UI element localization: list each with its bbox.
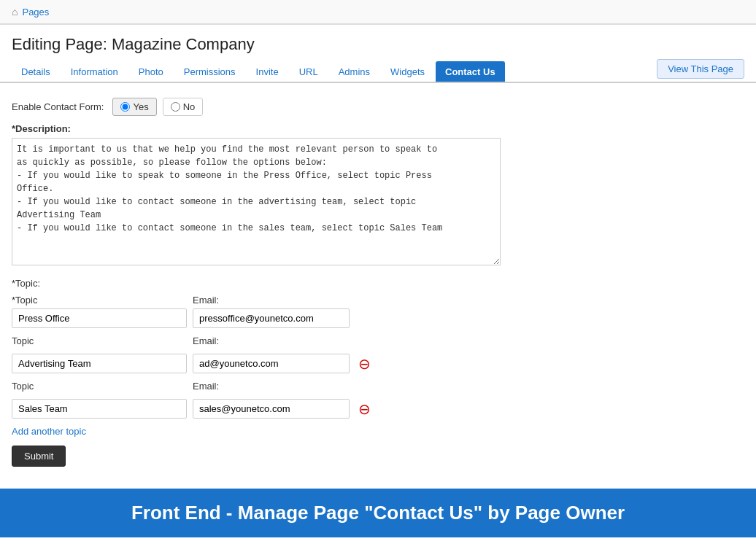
topic-row-2-inputs: ⊖ (12, 354, 744, 373)
tab-widgets[interactable]: Widgets (381, 61, 434, 82)
breadcrumb: ⌂ Pages (0, 0, 756, 24)
email-input-2[interactable] (193, 354, 350, 373)
footer-banner: Front End - Manage Page "Contact Us" by … (0, 489, 756, 537)
page-title-bar: Editing Page: Magazine Company (0, 25, 756, 61)
description-label: *Description: (12, 123, 744, 134)
tab-admins[interactable]: Admins (329, 61, 379, 82)
radio-no-input[interactable] (171, 102, 180, 112)
enable-contact-form-row: Enable Contact Form: Yes No (12, 98, 744, 116)
description-section: *Description: (12, 123, 744, 268)
remove-topic-2-button[interactable]: ⊖ (355, 357, 374, 371)
main-content: Enable Contact Form: Yes No *Description… (0, 83, 756, 481)
add-another-topic-link[interactable]: Add another topic (12, 426, 744, 437)
topic-header-row: *Topic Email: (12, 295, 744, 306)
email-input-3[interactable] (193, 399, 350, 419)
tab-url[interactable]: URL (290, 61, 328, 82)
page-title: Editing Page: Magazine Company (12, 35, 744, 54)
remove-topic-3-button[interactable]: ⊖ (355, 402, 374, 416)
tab-bar: Details Information Photo Permissions In… (0, 61, 756, 83)
topic-input-2[interactable] (12, 354, 187, 373)
radio-yes-label: Yes (133, 101, 148, 112)
topic-row-1 (12, 308, 744, 328)
topic-section-label: *Topic: (12, 278, 744, 289)
email-col-header: Email: (193, 295, 350, 306)
view-this-page-button[interactable]: View This Page (657, 59, 744, 79)
email-input-1[interactable] (193, 308, 350, 328)
topic-row-3: Topic Email: (12, 381, 744, 392)
topic-row-2: Topic Email: (12, 335, 744, 346)
submit-button[interactable]: Submit (12, 446, 66, 467)
topic-input-3[interactable] (12, 399, 187, 419)
radio-yes-input[interactable] (120, 102, 130, 112)
tab-invite[interactable]: Invite (247, 61, 288, 82)
breadcrumb-pages-link[interactable]: Pages (22, 7, 49, 18)
tab-information[interactable]: Information (61, 61, 128, 82)
radio-yes-option[interactable]: Yes (112, 98, 156, 116)
description-textarea[interactable] (12, 138, 501, 265)
enable-contact-form-radio-group: Yes No (112, 98, 203, 116)
email-label-3: Email: (193, 381, 350, 392)
footer-text: Front End - Manage Page "Contact Us" by … (131, 502, 625, 524)
email-label-2: Email: (193, 335, 350, 346)
tab-permissions[interactable]: Permissions (174, 61, 245, 82)
enable-contact-form-label: Enable Contact Form: (12, 101, 104, 112)
topic-label-3: Topic (12, 381, 187, 392)
topic-row-3-inputs: ⊖ (12, 399, 744, 419)
topic-input-1[interactable] (12, 308, 187, 328)
topic-col-header: *Topic (12, 295, 187, 306)
tab-photo[interactable]: Photo (129, 61, 173, 82)
tab-contact-us[interactable]: Contact Us (436, 61, 505, 82)
tab-details[interactable]: Details (12, 61, 60, 82)
home-icon: ⌂ (12, 6, 18, 18)
radio-no-label: No (183, 101, 196, 112)
radio-no-option[interactable]: No (163, 98, 204, 116)
topic-label-2: Topic (12, 335, 187, 346)
